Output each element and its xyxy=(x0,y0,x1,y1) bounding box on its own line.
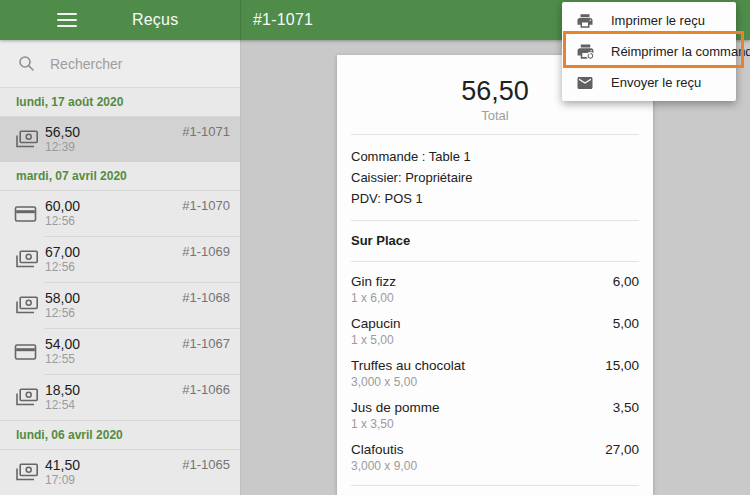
item-name: Truffes au chocolat xyxy=(351,357,465,374)
receipt-detail-title: #1-1071 xyxy=(253,11,313,29)
receipt-line-item: Clafoutis27,00 3,000 x 9,00 xyxy=(351,441,639,474)
item-name: Capucin xyxy=(351,315,401,332)
date-header: lundi, 17 août 2020 xyxy=(0,88,240,117)
receipt-list-item[interactable]: 18,50 12:54 #1-1066 xyxy=(0,375,240,420)
receipt-amount: 58,00 xyxy=(45,290,182,306)
item-price: 15,00 xyxy=(605,357,639,374)
divider xyxy=(351,134,639,135)
receipt-detail-card: 56,50 Total Commande : Table 1 Caissier:… xyxy=(337,55,653,495)
item-price: 27,00 xyxy=(605,441,639,458)
order-type-label: Sur Place xyxy=(351,232,639,250)
receipt-list-item[interactable]: 58,00 12:56 #1-1068 xyxy=(0,283,240,328)
reprint-icon xyxy=(576,42,596,61)
app-bar-left: Reçus xyxy=(0,0,241,40)
receipt-time: 12:55 xyxy=(45,352,182,367)
divider xyxy=(351,220,639,221)
receipt-number: #1-1068 xyxy=(182,290,230,305)
email-icon xyxy=(576,74,596,92)
receipt-amount: 18,50 xyxy=(45,382,182,398)
item-price: 6,00 xyxy=(613,273,639,290)
receipt-number: #1-1070 xyxy=(182,198,230,213)
receipt-amount: 67,00 xyxy=(45,244,182,260)
receipt-time: 12:56 xyxy=(45,260,182,275)
item-price: 3,50 xyxy=(613,399,639,416)
receipt-total-label: Total xyxy=(351,108,639,123)
receipt-time: 12:39 xyxy=(45,140,182,155)
menu-item-send-receipt[interactable]: Envoyer le reçu xyxy=(562,67,736,98)
item-name: Gin fizz xyxy=(351,273,396,290)
receipt-list-item[interactable]: 60,00 12:56 #1-1070 xyxy=(0,191,240,236)
date-header-label: lundi, 17 août 2020 xyxy=(16,95,123,109)
menu-item-label: Réimprimer la commande xyxy=(611,44,750,59)
menu-item-label: Envoyer le reçu xyxy=(611,75,701,90)
menu-item-label: Imprimer le reçu xyxy=(611,13,705,28)
item-price: 5,00 xyxy=(613,315,639,332)
print-icon xyxy=(576,12,596,30)
receipt-number: #1-1067 xyxy=(182,336,230,351)
divider xyxy=(351,261,639,262)
receipt-time: 12:56 xyxy=(45,306,182,321)
receipts-sidebar: lundi, 17 août 2020 56,50 12:39 #1-1071 … xyxy=(0,40,241,495)
receipt-number: #1-1066 xyxy=(182,382,230,397)
receipt-amount: 41,50 xyxy=(45,457,182,473)
receipt-amount: 54,00 xyxy=(45,336,182,352)
item-qty: 1 x 5,00 xyxy=(351,333,639,348)
receipt-list-item[interactable]: 67,00 12:56 #1-1069 xyxy=(0,237,240,282)
item-name: Jus de pomme xyxy=(351,399,440,416)
receipt-amount: 56,50 xyxy=(45,124,182,140)
receipt-list-item[interactable]: 54,00 12:55 #1-1067 xyxy=(0,329,240,374)
receipt-cashier-info: Caissier: Propriétaire xyxy=(351,167,639,188)
receipt-number: #1-1065 xyxy=(182,457,230,472)
receipt-line-item: Gin fizz6,00 1 x 6,00 xyxy=(351,273,639,306)
menu-hamburger-icon[interactable] xyxy=(57,13,77,27)
receipt-time: 17:09 xyxy=(45,473,182,488)
cash-icon xyxy=(14,296,42,315)
receipt-line-item: Truffes au chocolat15,00 3,000 x 5,00 xyxy=(351,357,639,390)
item-qty: 1 x 6,00 xyxy=(351,291,639,306)
item-qty: 3,000 x 5,00 xyxy=(351,375,639,390)
date-header-label: lundi, 06 avril 2020 xyxy=(16,428,123,442)
cash-icon xyxy=(14,130,42,149)
card-icon xyxy=(14,205,42,223)
search-bar[interactable] xyxy=(0,40,240,88)
search-icon xyxy=(18,55,35,72)
card-icon xyxy=(14,343,42,361)
receipt-number: #1-1071 xyxy=(182,124,230,139)
receipt-time: 12:54 xyxy=(45,398,182,413)
cash-icon xyxy=(14,388,42,407)
page-title: Reçus xyxy=(132,11,178,29)
cash-icon xyxy=(14,250,42,269)
item-qty: 3,000 x 9,00 xyxy=(351,459,639,474)
menu-item-reprint-order[interactable]: Réimprimer la commande xyxy=(562,36,736,67)
cash-icon xyxy=(14,463,42,482)
date-header: mardi, 07 avril 2020 xyxy=(0,162,240,191)
receipt-list-item[interactable]: 41,50 17:09 #1-1065 xyxy=(0,450,240,495)
receipt-number: #1-1069 xyxy=(182,244,230,259)
receipt-amount: 60,00 xyxy=(45,198,182,214)
item-qty: 1 x 3,50 xyxy=(351,417,639,432)
receipt-order-info: Commande : Table 1 xyxy=(351,146,639,167)
pos-receipts-screen: Reçus #1-1071 lundi, 17 août 2020 56,50 … xyxy=(0,0,750,495)
menu-item-print-receipt[interactable]: Imprimer le reçu xyxy=(562,5,736,36)
date-header: lundi, 06 avril 2020 xyxy=(0,420,240,450)
receipt-time: 12:56 xyxy=(45,214,182,229)
receipt-list-item[interactable]: 56,50 12:39 #1-1071 xyxy=(0,117,240,162)
receipt-line-item: Capucin5,00 1 x 5,00 xyxy=(351,315,639,348)
item-name: Clafoutis xyxy=(351,441,404,458)
receipt-line-item: Jus de pomme3,50 1 x 3,50 xyxy=(351,399,639,432)
receipt-pos-info: PDV: POS 1 xyxy=(351,188,639,209)
divider xyxy=(351,485,639,486)
receipt-actions-menu: Imprimer le reçu Réimprimer la commande … xyxy=(562,2,736,101)
search-input[interactable] xyxy=(48,55,222,73)
date-header-label: mardi, 07 avril 2020 xyxy=(16,169,127,183)
